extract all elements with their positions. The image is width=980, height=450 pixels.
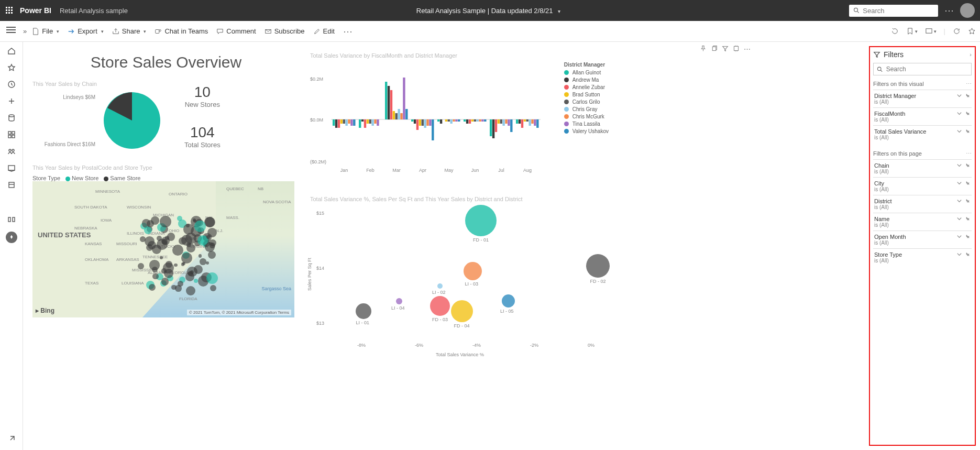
svg-rect-11	[156, 29, 159, 33]
toolbar-more-icon[interactable]: ⋯	[343, 26, 353, 37]
edit-label: Edit	[323, 27, 335, 35]
more-icon[interactable]: ⋯	[944, 5, 954, 16]
svg-rect-14	[926, 29, 931, 33]
svg-rect-4	[8, 9, 10, 11]
command-toolbar: » File▾ Export▾ Share▾ Chat in Teams Com…	[0, 21, 980, 42]
favorite-icon[interactable]	[968, 27, 976, 35]
top-app-bar: Power BI Retail Analysis sample Retail A…	[0, 0, 980, 21]
svg-rect-2	[11, 7, 13, 8]
mail-icon	[265, 28, 272, 35]
app-launcher-icon[interactable]	[5, 6, 14, 15]
workspace-name[interactable]: Retail Analysis sample	[60, 7, 128, 15]
share-label: Share	[122, 27, 140, 35]
breadcrumb-center[interactable]: Retail Analysis Sample | Data updated 2/…	[128, 7, 849, 15]
chat-label: Chat in Teams	[164, 27, 208, 35]
svg-rect-6	[6, 12, 7, 14]
file-label: File	[42, 27, 53, 35]
dataset-status: Retail Analysis Sample | Data updated 2/…	[416, 7, 553, 15]
view-menu[interactable]: ▾	[925, 27, 937, 35]
reset-icon[interactable]	[891, 27, 899, 35]
comment-button[interactable]: Comment	[216, 27, 256, 35]
search-input[interactable]	[863, 7, 934, 15]
teams-icon	[155, 28, 162, 35]
pencil-icon	[313, 28, 321, 35]
bookmark-menu[interactable]: ▾	[906, 27, 918, 35]
bookmark-icon	[906, 27, 914, 35]
svg-point-12	[159, 29, 161, 31]
nav-toggle-icon[interactable]	[6, 27, 16, 34]
refresh-icon[interactable]	[953, 27, 961, 35]
share-icon	[112, 28, 119, 35]
file-icon	[32, 28, 39, 35]
chevron-down-icon: ▾	[558, 8, 560, 14]
export-icon	[68, 28, 75, 35]
search-icon	[853, 7, 860, 14]
svg-rect-3	[6, 9, 7, 11]
svg-rect-8	[11, 12, 13, 14]
share-menu[interactable]: Share▾	[112, 27, 147, 35]
comment-icon	[216, 28, 224, 35]
avatar[interactable]	[960, 3, 975, 18]
export-menu[interactable]: Export▾	[68, 27, 104, 35]
svg-rect-7	[8, 12, 10, 14]
subscribe-button[interactable]: Subscribe	[265, 27, 305, 35]
view-icon	[925, 27, 933, 35]
expand-icon[interactable]: »	[23, 27, 27, 35]
global-search[interactable]	[849, 5, 938, 17]
comment-label: Comment	[226, 27, 256, 35]
svg-point-9	[854, 8, 858, 12]
svg-rect-5	[11, 9, 13, 11]
chat-teams-button[interactable]: Chat in Teams	[155, 27, 208, 35]
svg-line-10	[857, 12, 859, 13]
subscribe-label: Subscribe	[274, 27, 305, 35]
edit-button[interactable]: Edit	[313, 27, 335, 35]
file-menu[interactable]: File▾	[32, 27, 59, 35]
svg-rect-0	[6, 7, 7, 8]
export-label: Export	[78, 27, 97, 35]
svg-rect-1	[8, 7, 10, 8]
brand-label: Power BI	[20, 6, 51, 15]
